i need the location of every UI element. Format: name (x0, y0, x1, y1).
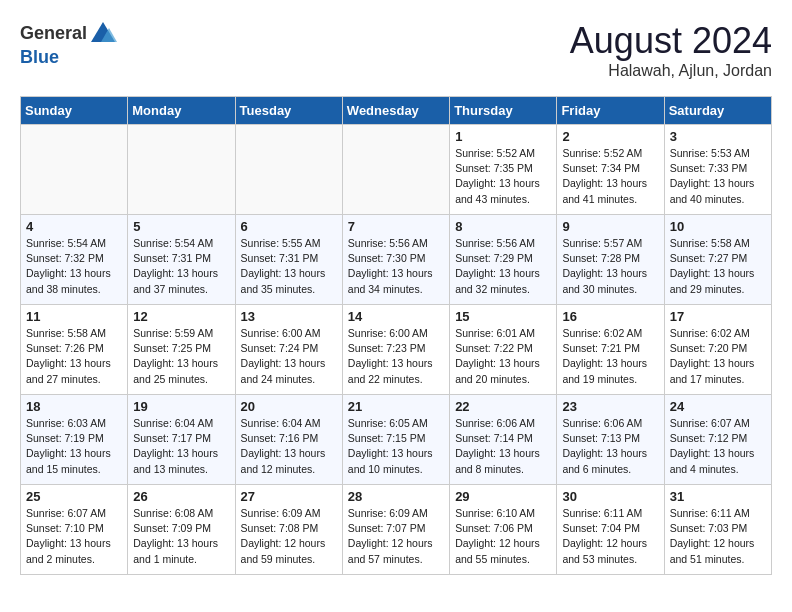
day-detail: Sunrise: 5:52 AM Sunset: 7:34 PM Dayligh… (562, 146, 658, 207)
day-detail: Sunrise: 5:57 AM Sunset: 7:28 PM Dayligh… (562, 236, 658, 297)
day-number: 24 (670, 399, 766, 414)
weekday-header-wednesday: Wednesday (342, 97, 449, 125)
day-number: 3 (670, 129, 766, 144)
calendar-cell: 19Sunrise: 6:04 AM Sunset: 7:17 PM Dayli… (128, 395, 235, 485)
calendar-cell (21, 125, 128, 215)
day-number: 18 (26, 399, 122, 414)
calendar-cell: 28Sunrise: 6:09 AM Sunset: 7:07 PM Dayli… (342, 485, 449, 575)
weekday-header-sunday: Sunday (21, 97, 128, 125)
day-number: 1 (455, 129, 551, 144)
calendar-cell: 7Sunrise: 5:56 AM Sunset: 7:30 PM Daylig… (342, 215, 449, 305)
day-detail: Sunrise: 5:58 AM Sunset: 7:27 PM Dayligh… (670, 236, 766, 297)
day-number: 16 (562, 309, 658, 324)
title-block: August 2024 Halawah, Ajlun, Jordan (570, 20, 772, 80)
day-detail: Sunrise: 5:56 AM Sunset: 7:29 PM Dayligh… (455, 236, 551, 297)
day-detail: Sunrise: 5:53 AM Sunset: 7:33 PM Dayligh… (670, 146, 766, 207)
calendar-cell: 30Sunrise: 6:11 AM Sunset: 7:04 PM Dayli… (557, 485, 664, 575)
calendar-cell: 4Sunrise: 5:54 AM Sunset: 7:32 PM Daylig… (21, 215, 128, 305)
day-number: 15 (455, 309, 551, 324)
day-number: 25 (26, 489, 122, 504)
day-number: 27 (241, 489, 337, 504)
calendar-cell: 29Sunrise: 6:10 AM Sunset: 7:06 PM Dayli… (450, 485, 557, 575)
day-detail: Sunrise: 6:04 AM Sunset: 7:17 PM Dayligh… (133, 416, 229, 477)
calendar-cell: 8Sunrise: 5:56 AM Sunset: 7:29 PM Daylig… (450, 215, 557, 305)
day-detail: Sunrise: 6:09 AM Sunset: 7:08 PM Dayligh… (241, 506, 337, 567)
day-detail: Sunrise: 6:05 AM Sunset: 7:15 PM Dayligh… (348, 416, 444, 477)
calendar-cell (128, 125, 235, 215)
day-number: 13 (241, 309, 337, 324)
calendar-cell: 31Sunrise: 6:11 AM Sunset: 7:03 PM Dayli… (664, 485, 771, 575)
weekday-header-tuesday: Tuesday (235, 97, 342, 125)
weekday-header-thursday: Thursday (450, 97, 557, 125)
day-number: 2 (562, 129, 658, 144)
day-detail: Sunrise: 6:02 AM Sunset: 7:21 PM Dayligh… (562, 326, 658, 387)
location: Halawah, Ajlun, Jordan (570, 62, 772, 80)
day-detail: Sunrise: 6:02 AM Sunset: 7:20 PM Dayligh… (670, 326, 766, 387)
calendar-cell: 10Sunrise: 5:58 AM Sunset: 7:27 PM Dayli… (664, 215, 771, 305)
week-row-3: 11Sunrise: 5:58 AM Sunset: 7:26 PM Dayli… (21, 305, 772, 395)
calendar-cell: 27Sunrise: 6:09 AM Sunset: 7:08 PM Dayli… (235, 485, 342, 575)
week-row-4: 18Sunrise: 6:03 AM Sunset: 7:19 PM Dayli… (21, 395, 772, 485)
day-detail: Sunrise: 6:03 AM Sunset: 7:19 PM Dayligh… (26, 416, 122, 477)
calendar-cell: 24Sunrise: 6:07 AM Sunset: 7:12 PM Dayli… (664, 395, 771, 485)
calendar-cell: 25Sunrise: 6:07 AM Sunset: 7:10 PM Dayli… (21, 485, 128, 575)
day-number: 30 (562, 489, 658, 504)
weekday-header-monday: Monday (128, 97, 235, 125)
day-number: 4 (26, 219, 122, 234)
day-detail: Sunrise: 5:59 AM Sunset: 7:25 PM Dayligh… (133, 326, 229, 387)
day-detail: Sunrise: 6:06 AM Sunset: 7:14 PM Dayligh… (455, 416, 551, 477)
day-detail: Sunrise: 6:00 AM Sunset: 7:23 PM Dayligh… (348, 326, 444, 387)
calendar-cell: 26Sunrise: 6:08 AM Sunset: 7:09 PM Dayli… (128, 485, 235, 575)
week-row-1: 1Sunrise: 5:52 AM Sunset: 7:35 PM Daylig… (21, 125, 772, 215)
logo-icon (89, 20, 117, 48)
calendar-cell: 2Sunrise: 5:52 AM Sunset: 7:34 PM Daylig… (557, 125, 664, 215)
month-title: August 2024 (570, 20, 772, 62)
week-row-2: 4Sunrise: 5:54 AM Sunset: 7:32 PM Daylig… (21, 215, 772, 305)
logo-general-text: General (20, 24, 87, 44)
day-number: 19 (133, 399, 229, 414)
calendar-cell: 5Sunrise: 5:54 AM Sunset: 7:31 PM Daylig… (128, 215, 235, 305)
day-number: 9 (562, 219, 658, 234)
day-detail: Sunrise: 5:54 AM Sunset: 7:32 PM Dayligh… (26, 236, 122, 297)
day-detail: Sunrise: 6:07 AM Sunset: 7:10 PM Dayligh… (26, 506, 122, 567)
day-detail: Sunrise: 6:08 AM Sunset: 7:09 PM Dayligh… (133, 506, 229, 567)
calendar-cell: 12Sunrise: 5:59 AM Sunset: 7:25 PM Dayli… (128, 305, 235, 395)
logo-blue-text: Blue (20, 48, 117, 68)
day-number: 29 (455, 489, 551, 504)
day-number: 22 (455, 399, 551, 414)
day-detail: Sunrise: 5:56 AM Sunset: 7:30 PM Dayligh… (348, 236, 444, 297)
calendar-cell: 13Sunrise: 6:00 AM Sunset: 7:24 PM Dayli… (235, 305, 342, 395)
page-header: General Blue August 2024 Halawah, Ajlun,… (20, 20, 772, 80)
day-number: 6 (241, 219, 337, 234)
weekday-header-saturday: Saturday (664, 97, 771, 125)
day-number: 20 (241, 399, 337, 414)
day-detail: Sunrise: 5:55 AM Sunset: 7:31 PM Dayligh… (241, 236, 337, 297)
day-number: 5 (133, 219, 229, 234)
calendar-cell: 16Sunrise: 6:02 AM Sunset: 7:21 PM Dayli… (557, 305, 664, 395)
calendar-cell: 3Sunrise: 5:53 AM Sunset: 7:33 PM Daylig… (664, 125, 771, 215)
day-number: 28 (348, 489, 444, 504)
calendar-cell: 11Sunrise: 5:58 AM Sunset: 7:26 PM Dayli… (21, 305, 128, 395)
day-detail: Sunrise: 6:01 AM Sunset: 7:22 PM Dayligh… (455, 326, 551, 387)
calendar-cell: 15Sunrise: 6:01 AM Sunset: 7:22 PM Dayli… (450, 305, 557, 395)
day-number: 31 (670, 489, 766, 504)
day-number: 14 (348, 309, 444, 324)
calendar-cell: 18Sunrise: 6:03 AM Sunset: 7:19 PM Dayli… (21, 395, 128, 485)
day-number: 7 (348, 219, 444, 234)
day-detail: Sunrise: 6:00 AM Sunset: 7:24 PM Dayligh… (241, 326, 337, 387)
calendar-cell: 1Sunrise: 5:52 AM Sunset: 7:35 PM Daylig… (450, 125, 557, 215)
day-detail: Sunrise: 6:10 AM Sunset: 7:06 PM Dayligh… (455, 506, 551, 567)
day-detail: Sunrise: 6:11 AM Sunset: 7:03 PM Dayligh… (670, 506, 766, 567)
calendar-cell (235, 125, 342, 215)
day-detail: Sunrise: 6:09 AM Sunset: 7:07 PM Dayligh… (348, 506, 444, 567)
calendar-cell: 22Sunrise: 6:06 AM Sunset: 7:14 PM Dayli… (450, 395, 557, 485)
day-detail: Sunrise: 6:06 AM Sunset: 7:13 PM Dayligh… (562, 416, 658, 477)
calendar-cell: 21Sunrise: 6:05 AM Sunset: 7:15 PM Dayli… (342, 395, 449, 485)
calendar-cell: 20Sunrise: 6:04 AM Sunset: 7:16 PM Dayli… (235, 395, 342, 485)
day-number: 11 (26, 309, 122, 324)
calendar-cell: 6Sunrise: 5:55 AM Sunset: 7:31 PM Daylig… (235, 215, 342, 305)
day-number: 8 (455, 219, 551, 234)
logo: General Blue (20, 20, 117, 68)
calendar-cell (342, 125, 449, 215)
day-detail: Sunrise: 5:58 AM Sunset: 7:26 PM Dayligh… (26, 326, 122, 387)
